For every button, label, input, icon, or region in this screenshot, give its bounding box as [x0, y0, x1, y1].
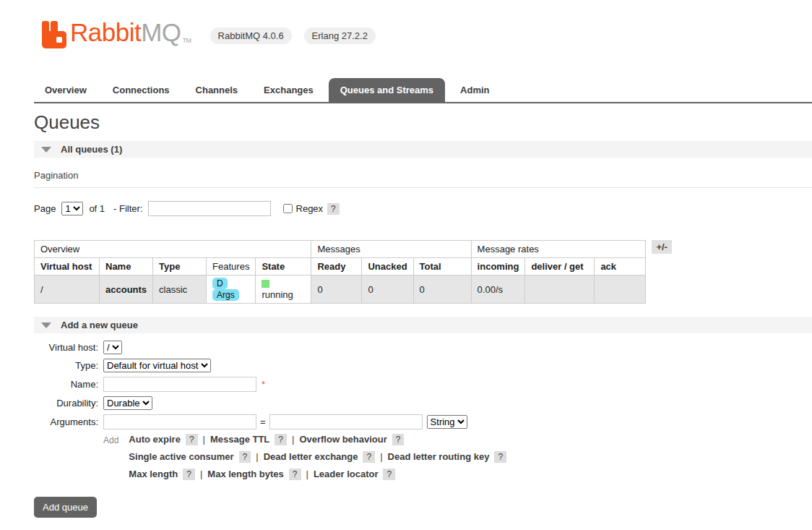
- regex-label: Regex: [296, 203, 324, 214]
- link-overflow-behaviour[interactable]: Overflow behaviour: [299, 434, 386, 445]
- add-hint-label: Add: [103, 435, 118, 445]
- argument-type-select[interactable]: String: [427, 415, 467, 429]
- cell-total: 0: [413, 275, 471, 304]
- collapse-triangle-icon: [41, 322, 51, 328]
- cell-virtual-host: /: [35, 275, 100, 304]
- col-header-ack[interactable]: ack: [595, 258, 646, 275]
- max-length-bytes-help-icon[interactable]: ?: [289, 469, 301, 480]
- argument-preset-links: Add Auto expire?|Message TTL?|Overflow b…: [103, 434, 812, 486]
- logo-trademark: TM: [183, 37, 191, 44]
- arguments-label: Arguments:: [34, 416, 98, 427]
- page-select[interactable]: 1: [61, 202, 83, 215]
- single-active-consumer-help-icon[interactable]: ?: [239, 451, 251, 463]
- link-leader-locator[interactable]: Leader locator: [314, 469, 379, 479]
- overflow-behaviour-help-icon[interactable]: ?: [392, 434, 405, 445]
- queue-name-label: Name:: [34, 379, 98, 390]
- link-single-active-consumer[interactable]: Single active consumer: [129, 451, 233, 462]
- link-max-length-bytes[interactable]: Max length bytes: [207, 469, 283, 479]
- cell-unacked: 0: [362, 275, 413, 304]
- tab-queues-and-streams[interactable]: Queues and Streams: [329, 78, 445, 102]
- auto-expire-help-icon[interactable]: ?: [186, 434, 198, 445]
- message-ttl-help-icon[interactable]: ?: [275, 434, 287, 445]
- add-queue-section-title: Add a new queue: [61, 320, 138, 330]
- rabbitmq-logo-icon: [41, 21, 67, 48]
- virtual-host-select[interactable]: /: [103, 341, 122, 354]
- tab-exchanges[interactable]: Exchanges: [253, 78, 324, 102]
- add-queue-section-header[interactable]: Add a new queue: [34, 317, 812, 333]
- link-message-ttl[interactable]: Message TTL: [210, 434, 269, 445]
- tab-channels[interactable]: Channels: [185, 78, 249, 102]
- cell-state: running: [256, 275, 311, 304]
- add-queue-form: Virtual host: / Type: Default for virtua…: [34, 341, 812, 518]
- arguments-row: Arguments: = String: [34, 414, 812, 429]
- erlang-version-badge: Erlang 27.2.2: [304, 27, 376, 44]
- link-max-length[interactable]: Max length: [129, 469, 178, 479]
- tab-connections[interactable]: Connections: [102, 78, 181, 102]
- col-header-total[interactable]: Total: [413, 258, 471, 275]
- link-dead-letter-exchange[interactable]: Dead letter exchange: [264, 451, 358, 462]
- cell-queue-name-link[interactable]: accounts: [100, 275, 153, 304]
- group-header-messages: Messages: [311, 241, 471, 258]
- col-header-unacked[interactable]: Unacked: [362, 258, 413, 275]
- column-toggle-button[interactable]: +/-: [652, 240, 672, 254]
- logo-wordmark: RabbitMQTM: [70, 20, 191, 54]
- link-auto-expire[interactable]: Auto expire: [129, 434, 181, 445]
- col-header-virtual-host[interactable]: Virtual host: [35, 258, 100, 275]
- page-title: Queues: [34, 111, 812, 134]
- col-header-features: Features: [207, 258, 256, 275]
- page-label: Page: [34, 203, 56, 214]
- col-header-type[interactable]: Type: [153, 258, 207, 275]
- cell-features: DArgs: [207, 275, 256, 304]
- tab-overview[interactable]: Overview: [34, 78, 98, 102]
- tab-admin[interactable]: Admin: [449, 78, 500, 102]
- add-queue-button[interactable]: Add queue: [34, 497, 97, 518]
- col-header-deliver-get[interactable]: deliver / get: [525, 258, 595, 275]
- queue-name-input[interactable]: [103, 377, 256, 392]
- filter-input[interactable]: [148, 201, 271, 216]
- argument-links-line-3: Max length?|Max length bytes?|Leader loc…: [129, 469, 506, 480]
- required-asterisk: *: [262, 379, 265, 390]
- logo-text-rabbit: Rabbit: [70, 18, 141, 46]
- col-header-name[interactable]: Name: [100, 258, 153, 275]
- max-length-help-icon[interactable]: ?: [183, 469, 195, 480]
- queue-table-row: / accounts classic DArgs running 0 0 0 0…: [35, 275, 646, 304]
- table-group-header-row: Overview Messages Message rates: [35, 241, 646, 258]
- feature-badge-args: Args: [212, 289, 239, 301]
- col-header-state[interactable]: State: [256, 258, 311, 275]
- cell-deliver-get-rate: [525, 275, 595, 304]
- cell-incoming-rate: 0.00/s: [471, 275, 525, 304]
- dead-letter-exchange-help-icon[interactable]: ?: [363, 451, 375, 463]
- rabbitmq-logo[interactable]: RabbitMQTM: [41, 20, 191, 54]
- queue-name-row: Name: *: [34, 377, 812, 392]
- pagination-controls: Page 1 of 1 - Filter: Regex ?: [34, 201, 812, 216]
- rabbitmq-version-badge: RabbitMQ 4.0.6: [210, 27, 292, 44]
- state-running-icon: [262, 280, 269, 288]
- queues-table-wrap: Overview Messages Message rates Virtual …: [34, 240, 812, 304]
- queues-table: Overview Messages Message rates Virtual …: [34, 240, 646, 304]
- durability-select[interactable]: Durable: [103, 396, 152, 410]
- group-header-message-rates: Message rates: [471, 241, 646, 258]
- queue-type-select[interactable]: Default for virtual host: [103, 359, 211, 372]
- queue-type-label: Type:: [34, 360, 98, 371]
- durability-label: Durability:: [34, 398, 98, 409]
- regex-help-icon[interactable]: ?: [327, 203, 340, 215]
- regex-checkbox[interactable]: [283, 204, 293, 213]
- dead-letter-routing-key-help-icon[interactable]: ?: [494, 451, 506, 463]
- argument-value-input[interactable]: [269, 414, 423, 429]
- argument-key-input[interactable]: [103, 414, 256, 429]
- state-label: running: [262, 289, 293, 300]
- rabbitmq-management-page: RabbitMQTM RabbitMQ 4.0.6 Erlang 27.2.2 …: [0, 0, 812, 530]
- link-dead-letter-routing-key[interactable]: Dead letter routing key: [388, 451, 490, 462]
- argument-links-line-2: Single active consumer?|Dead letter exch…: [129, 451, 506, 463]
- argument-links-line-1: Auto expire?|Message TTL?|Overflow behav…: [129, 434, 506, 445]
- main-nav-tabs: Overview Connections Channels Exchanges …: [34, 78, 812, 103]
- cell-queue-type: classic: [153, 275, 207, 304]
- col-header-ready[interactable]: Ready: [311, 258, 362, 275]
- leader-locator-help-icon[interactable]: ?: [383, 469, 395, 480]
- cell-ack-rate: [595, 275, 646, 304]
- version-badges: RabbitMQ 4.0.6 Erlang 27.2.2: [210, 27, 376, 44]
- queue-type-row: Type: Default for virtual host: [34, 359, 812, 372]
- all-queues-section-header[interactable]: All queues (1): [34, 141, 812, 158]
- virtual-host-row: Virtual host: /: [34, 341, 812, 354]
- col-header-incoming[interactable]: incoming: [471, 258, 525, 275]
